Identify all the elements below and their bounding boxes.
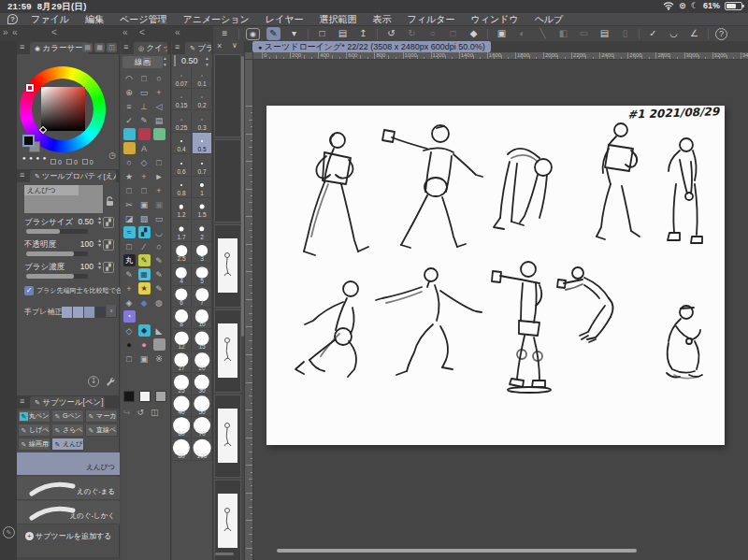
brush-size-0.15[interactable]: 0.15 xyxy=(172,89,192,110)
quick-access-icon[interactable]: ▣ xyxy=(137,352,151,366)
panel-collapse-icon[interactable]: « xyxy=(122,27,128,37)
reset-settings-icon[interactable]: ↧ xyxy=(88,376,99,387)
export-icon[interactable]: ↥ xyxy=(356,27,370,40)
quick-access-icon[interactable]: ◡ xyxy=(151,225,166,239)
brush-size-0.6[interactable]: 0.6 xyxy=(172,155,192,177)
color-value-field[interactable]: 0 xyxy=(66,159,78,165)
brush-size-0.5[interactable]: 0.5 xyxy=(193,133,212,154)
panel-menu-icon[interactable]: ≡ xyxy=(20,42,24,51)
brush-size-0.07[interactable]: 0.07 xyxy=(172,67,192,89)
slider-dynamics-icon[interactable]: ▞ xyxy=(103,262,114,273)
snap-ruler-icon[interactable]: ✓ xyxy=(646,27,660,40)
color-panel-header[interactable]: ≡ ◉ カラーサークル ▤▦◫ xyxy=(17,41,119,54)
transparent-color-chip[interactable]: ● ● ● ● xyxy=(22,155,48,161)
stabilization-segment[interactable] xyxy=(95,307,106,318)
add-subtool-button[interactable]: + サブツールを追加する xyxy=(17,531,120,541)
color-value-field[interactable]: 0 xyxy=(82,159,94,165)
brush-size-stepper[interactable]: ▴▾ xyxy=(206,55,209,68)
modifier-keys-icon[interactable]: ▾ xyxy=(287,27,301,40)
quick-access-icon[interactable]: ◆ xyxy=(137,323,151,337)
quick-access-icon[interactable]: ▤ xyxy=(151,113,166,127)
color-chip[interactable] xyxy=(139,391,151,402)
brush-size-8[interactable]: 8 xyxy=(172,308,192,329)
brush-size-5[interactable]: 5 xyxy=(193,265,212,286)
quick-access-icon[interactable]: ○ xyxy=(151,71,166,85)
quick-access-icon[interactable]: ★ xyxy=(137,281,151,295)
color-chip[interactable] xyxy=(155,391,166,402)
quick-access-icon[interactable] xyxy=(122,127,137,141)
quick-access-icon[interactable]: ◇ xyxy=(137,155,151,169)
brush-size-0.7[interactable]: 0.7 xyxy=(193,155,212,177)
main-color-swatch[interactable] xyxy=(22,135,35,147)
slider-0[interactable]: ブラシサイズ0.50▴▾▞ xyxy=(24,217,114,239)
brush-size-0.1[interactable]: 0.1 xyxy=(193,67,212,89)
history-icon[interactable]: ◫ xyxy=(151,408,159,417)
quick-access-icon[interactable] xyxy=(151,309,166,323)
menu-item-ウィンドウ[interactable]: ウィンドウ xyxy=(470,13,518,26)
color-history-icon[interactable]: ◷ xyxy=(108,151,116,160)
brush-size-20[interactable]: 20 xyxy=(193,352,212,373)
color-chip[interactable] xyxy=(123,391,135,402)
slider-track[interactable] xyxy=(26,229,88,234)
brush-size-3[interactable]: 3 xyxy=(193,242,212,264)
subtool-button-マーカー[interactable]: ✎マーカー xyxy=(85,409,118,423)
page-thumbnail-6[interactable] xyxy=(214,480,241,560)
history-icon[interactable]: ↺ xyxy=(137,408,145,417)
menu-item-表示[interactable]: 表示 xyxy=(373,13,392,26)
quick-access-icon[interactable]: ◈ xyxy=(122,295,137,309)
panel-menu-icon[interactable]: ≡ xyxy=(20,170,24,179)
color-panel-tabs[interactable]: ▤▦◫ xyxy=(82,43,117,52)
quick-access-icon[interactable]: ▣ xyxy=(151,197,166,211)
new-page-icon[interactable]: □ xyxy=(315,27,329,40)
page-strip-scrollbar[interactable] xyxy=(241,56,244,337)
slider-stepper-icon[interactable]: ▴▾ xyxy=(98,238,101,248)
quick-access-icon[interactable]: + xyxy=(122,281,137,295)
quick-access-icon[interactable]: ∕ xyxy=(137,239,151,253)
quick-access-icon[interactable]: ◁ xyxy=(151,99,166,113)
quick-access-icon[interactable]: + xyxy=(137,169,151,183)
brush-size-80[interactable]: 80 xyxy=(172,439,192,461)
subtool-list-item-えのぐ-まる[interactable]: えのぐ-まる xyxy=(17,477,120,500)
quick-access-icon[interactable]: ◪ xyxy=(122,211,137,225)
subtool-button-えんぴつ[interactable]: ✎えんぴつ xyxy=(51,438,84,451)
brush-size-40[interactable]: 40 xyxy=(172,395,192,417)
quick-access-icon[interactable]: ◇ xyxy=(122,323,137,337)
brush-size-15[interactable]: 15 xyxy=(193,330,212,352)
slider-track[interactable] xyxy=(26,274,88,279)
brush-size-4[interactable]: 4 xyxy=(172,265,192,286)
quick-access-icon[interactable]: + xyxy=(151,85,166,99)
menu-item-選択範囲[interactable]: 選択範囲 xyxy=(320,13,357,26)
subtool-button-さらペン[interactable]: ✎さらペン xyxy=(51,424,84,437)
material-icon[interactable]: ▤ xyxy=(597,27,611,40)
quick-access-icon[interactable]: ✓ xyxy=(122,113,137,127)
canvas-horizontal-scrollbar[interactable] xyxy=(277,549,637,553)
tone-icon[interactable]: ◧ xyxy=(556,27,570,40)
collapse-strip-icon[interactable]: ∨ xyxy=(232,41,237,50)
slider-2[interactable]: ブラシ濃度100▴▾▞ xyxy=(24,262,114,284)
quick-access-icon[interactable]: ◣ xyxy=(151,323,166,337)
quick-access-icon[interactable]: ▞ xyxy=(137,225,151,239)
app-logo-icon[interactable]: ? xyxy=(7,14,18,24)
tool-property-header[interactable]: ≡ ✎ ツールプロパティ[えんぴつ] xyxy=(17,169,119,182)
brush-size-60[interactable]: 60 xyxy=(172,417,192,438)
brush-size-1.5[interactable]: 1.5 xyxy=(193,198,212,220)
sv-square[interactable] xyxy=(41,87,85,131)
brush-size-slider-mark[interactable] xyxy=(174,55,176,66)
quick-access-icon[interactable]: ★ xyxy=(122,169,137,183)
quick-access-icon[interactable]: □ xyxy=(122,239,137,253)
deselect-icon[interactable]: □ xyxy=(446,27,460,40)
quick-access-icon[interactable]: ※ xyxy=(151,352,166,366)
wrench-icon[interactable] xyxy=(105,376,116,387)
quick-access-icon[interactable]: ◔ xyxy=(122,309,137,323)
subtool-panel-header[interactable]: ≡ ✎ サブツール[ペン] xyxy=(17,395,119,409)
page-thumbnail-5[interactable] xyxy=(214,395,241,478)
page-thumbnail-3[interactable] xyxy=(214,224,241,308)
quick-access-header[interactable]: ≡ ◎ クイックアクセス xyxy=(121,41,170,54)
quick-access-set-select[interactable]: 線画 xyxy=(122,56,163,68)
canvas-page[interactable]: #1 2021/08/29 xyxy=(266,106,725,445)
quick-access-icon[interactable]: ○ xyxy=(151,239,166,253)
quick-access-icon[interactable] xyxy=(122,141,137,155)
pen-pressure-icon[interactable]: ✎ xyxy=(266,27,280,40)
brush-size-7[interactable]: 7 xyxy=(193,286,212,308)
quick-access-icon[interactable]: 丸 xyxy=(122,253,137,267)
